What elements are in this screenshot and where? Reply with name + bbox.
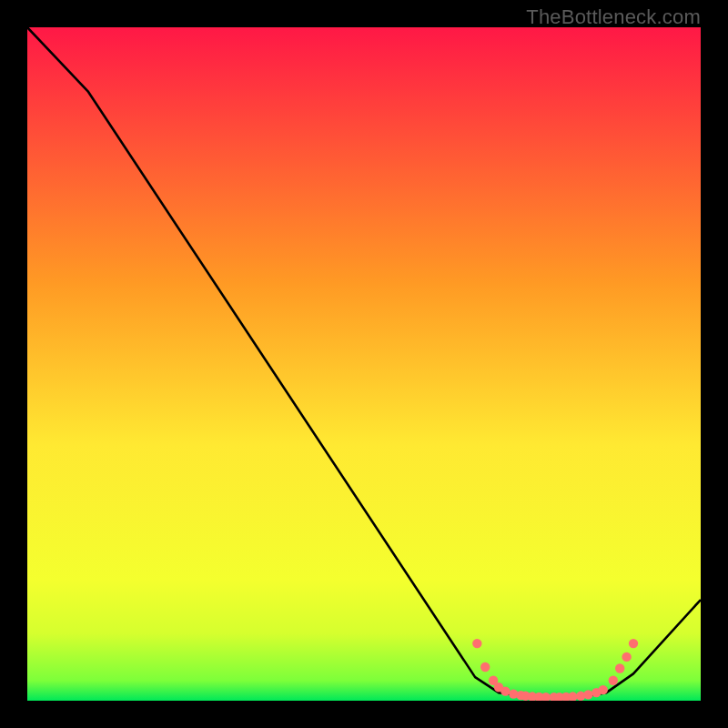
data-dot — [500, 686, 510, 695]
watermark-text: TheBottleneck.com — [526, 5, 701, 29]
data-dot — [480, 662, 490, 672]
chart-frame: { "watermark": "TheBottleneck.com", "cha… — [0, 0, 728, 728]
data-dot — [622, 652, 631, 662]
data-dot — [615, 663, 624, 672]
bottleneck-chart — [27, 27, 701, 701]
data-dot — [599, 685, 608, 694]
data-dot — [583, 690, 592, 699]
gradient-background — [27, 27, 701, 701]
data-dot — [629, 639, 638, 648]
data-dot — [609, 676, 618, 685]
data-dot — [472, 639, 481, 648]
chart-svg — [27, 27, 701, 701]
